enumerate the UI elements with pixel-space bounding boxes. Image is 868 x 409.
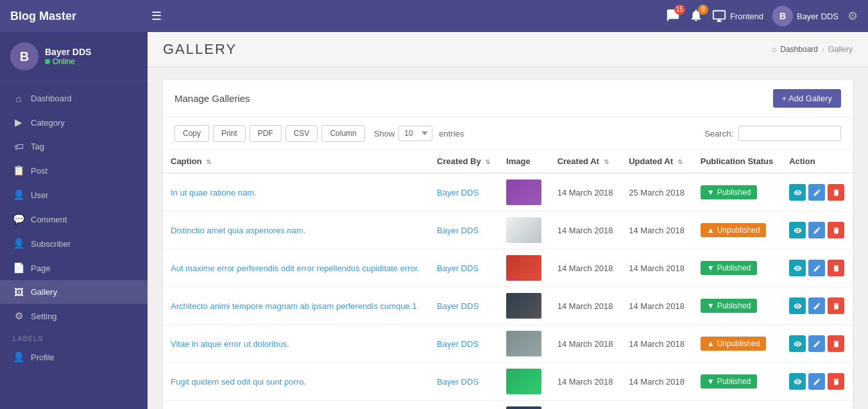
cell-caption[interactable]: Vitae in atque error ut doloribus. xyxy=(163,325,429,363)
column-button[interactable]: Column xyxy=(321,125,364,142)
sidebar-item-page[interactable]: 📄 Page xyxy=(0,256,148,280)
sidebar-item-label: Dashboard xyxy=(31,94,72,103)
cell-caption[interactable]: Distinctio amet quia asperiores nam. xyxy=(163,212,429,249)
csv-button[interactable]: CSV xyxy=(285,125,318,142)
main-content: GALLERY ⌂ Dashboard › Gallery Manage Gal… xyxy=(148,32,868,409)
edit-button[interactable] xyxy=(808,335,825,352)
sidebar-item-user[interactable]: 👤 User xyxy=(0,183,148,207)
cell-created-at: 14 March 2018 xyxy=(550,287,622,325)
cell-action xyxy=(781,325,853,363)
cell-author[interactable]: Bayer DDS xyxy=(429,287,498,325)
delete-button[interactable] xyxy=(828,222,844,238)
cell-author[interactable]: Bayer DDS xyxy=(429,173,498,212)
delete-button[interactable] xyxy=(828,335,844,352)
cell-author[interactable]: Bayer DDS xyxy=(429,212,498,249)
sidebar-item-post[interactable]: 📋 Post xyxy=(0,158,148,183)
entries-label: entries xyxy=(439,129,464,138)
delete-button[interactable] xyxy=(828,184,844,201)
settings-icon[interactable]: ⚙ xyxy=(847,9,858,23)
sort-icon-caption[interactable]: ⇅ xyxy=(206,158,211,165)
table-row: Cumque temporibus inventore soluta labor… xyxy=(163,401,853,410)
cell-author[interactable]: Bayer DDS xyxy=(429,363,498,401)
sidebar-item-label: Tag xyxy=(31,142,44,151)
table-row: In ut quae ratione nam.Bayer DDS14 March… xyxy=(163,173,853,212)
upload-icon: ▲ xyxy=(707,339,715,348)
brand-title: Blog Master xyxy=(10,10,151,23)
sidebar-item-comment[interactable]: 💬 Comment xyxy=(0,207,148,231)
chat-icon-wrap[interactable]: 15 xyxy=(666,8,680,24)
edit-button[interactable] xyxy=(808,260,825,276)
cell-author[interactable]: Bayer DDS xyxy=(429,325,498,363)
status-badge[interactable]: ▼ Published xyxy=(701,261,758,275)
sidebar-item-profile[interactable]: 👤 Profile xyxy=(0,345,148,369)
cell-status: ▲ Unpublished xyxy=(693,212,781,249)
view-button[interactable] xyxy=(789,373,806,390)
sidebar-item-label: Category xyxy=(31,118,65,128)
pdf-button[interactable]: PDF xyxy=(250,125,282,142)
cell-action xyxy=(781,287,853,325)
view-button[interactable] xyxy=(789,297,806,314)
frontend-link[interactable]: Frontend xyxy=(712,9,763,23)
show-entries-select[interactable]: 10 25 50 100 xyxy=(398,126,432,141)
cell-caption[interactable]: Architecto animi tempore magnam ab ipsam… xyxy=(163,287,429,325)
galleries-card: Manage Galleries + Add Gallery Copy Prin… xyxy=(163,80,853,409)
sidebar-item-tag[interactable]: 🏷 Tag xyxy=(0,135,148,158)
sidebar-item-subscriber[interactable]: 👤 Subscriber xyxy=(0,231,148,256)
gallery-image-thumb xyxy=(506,369,541,394)
sort-icon-created-by[interactable]: ⇅ xyxy=(485,158,490,165)
sort-icon-updated-at[interactable]: ⇅ xyxy=(677,158,683,165)
search-input[interactable] xyxy=(738,126,841,141)
cell-caption[interactable]: Cumque temporibus inventore soluta labor… xyxy=(163,401,429,410)
add-gallery-button[interactable]: + Add Gallery xyxy=(773,89,841,108)
action-buttons xyxy=(789,373,845,390)
sidebar-profile: B Bayer DDS Online xyxy=(0,32,148,81)
sidebar-navigation: ⌂ Dashboard ▶ Category 🏷 Tag 📋 Post 👤 Us… xyxy=(0,81,148,409)
page-icon: 📄 xyxy=(13,262,24,274)
sidebar-item-gallery[interactable]: 🖼 Gallery xyxy=(0,280,148,304)
copy-button[interactable]: Copy xyxy=(174,125,209,142)
cell-caption[interactable]: Aut maxime error perferendis odit error … xyxy=(163,249,429,287)
comment-icon: 💬 xyxy=(13,213,24,225)
cell-image xyxy=(498,401,550,410)
print-button[interactable]: Print xyxy=(213,125,246,142)
status-badge[interactable]: ▼ Published xyxy=(701,185,758,199)
sidebar-item-setting[interactable]: ⚙ Setting xyxy=(0,304,148,328)
cell-image xyxy=(498,287,550,325)
cell-caption[interactable]: Fugit quidem sed odit qui sunt porro. xyxy=(163,363,429,401)
hamburger-button[interactable]: ☰ xyxy=(151,9,162,23)
edit-button[interactable] xyxy=(808,184,825,201)
status-badge[interactable]: ▼ Published xyxy=(701,299,758,313)
status-badge[interactable]: ▲ Unpublished xyxy=(701,223,767,237)
cell-created-at: 14 March 2018 xyxy=(550,325,622,363)
col-updated-at: Updated At ⇅ xyxy=(621,150,693,174)
edit-button[interactable] xyxy=(808,297,825,314)
sidebar-item-label: Page xyxy=(31,263,50,273)
card-toolbar: Copy Print PDF CSV Column Show 10 25 50 … xyxy=(163,117,853,149)
edit-button[interactable] xyxy=(808,373,825,390)
view-button[interactable] xyxy=(789,184,806,201)
labels-section-title: LABELS xyxy=(0,328,148,345)
delete-button[interactable] xyxy=(828,297,844,314)
sidebar-item-dashboard[interactable]: ⌂ Dashboard xyxy=(0,87,148,110)
notification-icon-wrap[interactable]: 9 xyxy=(689,8,703,24)
delete-button[interactable] xyxy=(828,373,844,390)
view-button[interactable] xyxy=(789,222,806,238)
galleries-table: Caption ⇅ Created By ⇅ Image Created At … xyxy=(163,149,853,409)
cell-caption[interactable]: In ut quae ratione nam. xyxy=(163,173,429,212)
cell-author[interactable]: Bayer DDS xyxy=(429,401,498,410)
sidebar-user-name: Bayer DDS xyxy=(45,47,91,57)
sort-icon-created-at[interactable]: ⇅ xyxy=(604,158,609,165)
sidebar-item-category[interactable]: ▶ Category xyxy=(0,110,148,135)
app-layout: B Bayer DDS Online ⌂ Dashboard ▶ Categor… xyxy=(0,32,868,409)
cell-author[interactable]: Bayer DDS xyxy=(429,249,498,287)
action-buttons xyxy=(789,335,845,352)
delete-button[interactable] xyxy=(828,260,844,276)
view-button[interactable] xyxy=(789,260,806,276)
breadcrumb-home-link[interactable]: Dashboard xyxy=(780,45,818,54)
view-button[interactable] xyxy=(789,335,806,352)
edit-button[interactable] xyxy=(808,222,825,238)
status-badge[interactable]: ▲ Unpublished xyxy=(701,337,767,351)
user-icon: 👤 xyxy=(13,189,24,201)
status-badge[interactable]: ▼ Published xyxy=(701,374,758,388)
user-menu[interactable]: B Bayer DDS xyxy=(772,6,838,26)
